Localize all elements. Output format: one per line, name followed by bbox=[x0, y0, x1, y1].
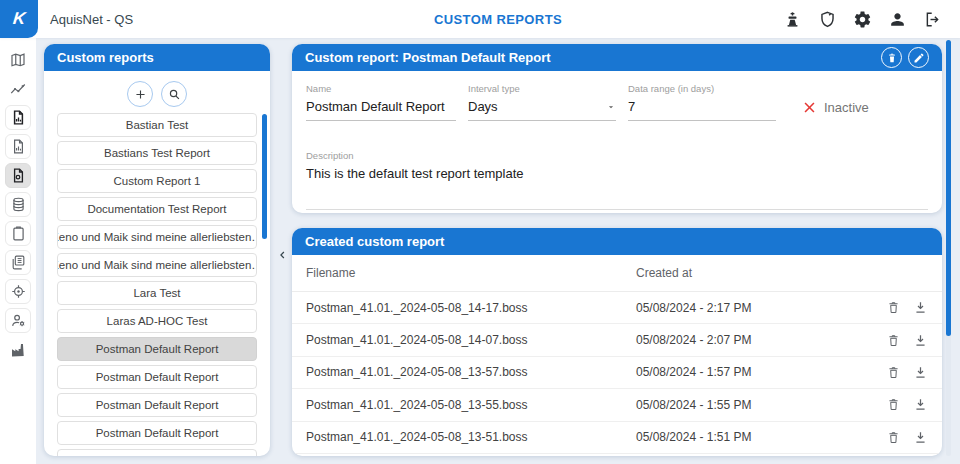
delete-icon[interactable] bbox=[885, 397, 901, 413]
list-item[interactable]: Laras AD-HOC Test bbox=[57, 309, 257, 333]
search-icon bbox=[167, 87, 182, 102]
clipboard-icon[interactable] bbox=[5, 221, 31, 246]
created-reports-panel: Created custom report Filename Created a… bbox=[292, 228, 942, 456]
detail-fields-row: Name Postman Default Report Interval typ… bbox=[306, 83, 928, 121]
row-actions bbox=[885, 397, 928, 413]
list-item[interactable]: Keno und Maik sind meine allerliebsten… bbox=[57, 253, 257, 277]
add-report-button[interactable] bbox=[127, 81, 153, 107]
delete-icon[interactable] bbox=[885, 332, 901, 348]
row-actions bbox=[885, 364, 928, 380]
plant-icon[interactable] bbox=[783, 10, 802, 29]
account-icon[interactable] bbox=[888, 10, 907, 29]
table-row: Postman_41.01._2024-05-08_13-51.boss 05/… bbox=[292, 422, 942, 454]
detail-header-actions bbox=[881, 47, 929, 68]
download-icon[interactable] bbox=[912, 429, 928, 445]
trend-chart-icon[interactable] bbox=[5, 76, 31, 101]
target-icon[interactable] bbox=[5, 279, 31, 304]
table-header: Filename Created at bbox=[292, 255, 942, 292]
edit-icon bbox=[913, 52, 925, 64]
app-title: AquisNet - QS bbox=[50, 12, 133, 27]
page-stack-icon[interactable] bbox=[5, 250, 31, 275]
column-created-at: Created at bbox=[636, 266, 692, 280]
interval-type-label: Interval type bbox=[468, 83, 616, 94]
download-icon[interactable] bbox=[912, 300, 928, 316]
delete-icon[interactable] bbox=[885, 429, 901, 445]
app-logo: K bbox=[0, 0, 38, 38]
row-actions bbox=[885, 429, 928, 445]
top-bar: K AquisNet - QS CUSTOM REPORTS bbox=[0, 0, 960, 38]
custom-reports-panel: Custom reports Bastian Test Bastians Tes… bbox=[44, 44, 270, 456]
add-icon bbox=[133, 87, 148, 102]
cell-created-at: 05/08/2024 - 1:51 PM bbox=[636, 430, 751, 444]
cell-filename: Postman_41.01._2024-05-08_13-51.boss bbox=[306, 430, 636, 444]
delete-icon[interactable] bbox=[885, 300, 901, 316]
status-label: Inactive bbox=[824, 100, 869, 115]
list-item[interactable]: Postman Default Report bbox=[57, 421, 257, 445]
created-reports-title: Created custom report bbox=[305, 234, 444, 249]
cell-filename: Postman_41.01._2024-05-08_14-17.boss bbox=[306, 301, 636, 315]
cell-created-at: 05/08/2024 - 1:55 PM bbox=[636, 398, 751, 412]
map-icon[interactable] bbox=[5, 47, 31, 72]
settings-icon[interactable] bbox=[853, 10, 872, 29]
download-icon[interactable] bbox=[912, 397, 928, 413]
name-value: Postman Default Report bbox=[306, 99, 445, 114]
inactive-x-icon bbox=[802, 100, 817, 115]
row-actions bbox=[885, 332, 928, 348]
table-row: Postman_41.01._2024-05-08_14-17.boss 05/… bbox=[292, 292, 942, 324]
custom-report-detail-panel: Custom report: Postman Default Report Na… bbox=[292, 44, 942, 213]
description-label: Description bbox=[306, 150, 928, 161]
row-actions bbox=[885, 300, 928, 316]
report-filled-icon[interactable] bbox=[5, 105, 31, 130]
report-list: Bastian Test Bastians Test Report Custom… bbox=[44, 113, 270, 456]
list-item[interactable]: Postman Default Report bbox=[57, 393, 257, 417]
list-item[interactable]: Bastians Test Report bbox=[57, 141, 257, 165]
interval-type-value: Days bbox=[468, 99, 498, 114]
download-icon[interactable] bbox=[912, 364, 928, 380]
interval-type-select[interactable]: Days bbox=[468, 99, 616, 121]
reports-toolbar bbox=[44, 71, 270, 113]
delete-icon[interactable] bbox=[885, 364, 901, 380]
chevron-left-icon bbox=[277, 248, 288, 262]
list-item[interactable]: Documentation Test Report bbox=[57, 197, 257, 221]
report-list-scrollbar[interactable] bbox=[262, 114, 267, 239]
cell-created-at: 05/08/2024 - 1:57 PM bbox=[636, 365, 751, 379]
list-item-selected[interactable]: Postman Default Report bbox=[57, 337, 257, 361]
custom-reports-title: Custom reports bbox=[57, 50, 154, 65]
logout-icon[interactable] bbox=[923, 10, 942, 29]
detail-header: Custom report: Postman Default Report bbox=[292, 44, 942, 71]
file-report-icon[interactable] bbox=[5, 163, 31, 188]
created-reports-header: Created custom report bbox=[292, 228, 942, 255]
description-textarea[interactable]: This is the default test report template bbox=[306, 166, 928, 210]
description-field: Description This is the default test rep… bbox=[306, 150, 928, 210]
list-item[interactable]: Postman Default Report bbox=[57, 365, 257, 389]
interval-type-field: Interval type Days bbox=[468, 83, 616, 121]
list-item[interactable]: Keno und Maik sind meine allerliebsten… bbox=[57, 225, 257, 249]
name-input[interactable]: Postman Default Report bbox=[306, 99, 456, 121]
delete-report-button[interactable] bbox=[881, 47, 902, 68]
list-item[interactable]: Custom Report 1 bbox=[57, 169, 257, 193]
logo-glyph: K bbox=[12, 9, 26, 29]
list-item-partial[interactable] bbox=[57, 449, 257, 456]
data-range-input[interactable]: 7 bbox=[628, 99, 776, 121]
right-scrollbar-thumb[interactable] bbox=[946, 40, 951, 336]
edit-report-button[interactable] bbox=[908, 47, 929, 68]
icon-rail bbox=[0, 38, 36, 464]
cell-created-at: 05/08/2024 - 2:07 PM bbox=[636, 333, 751, 347]
list-item[interactable]: Bastian Test bbox=[57, 113, 257, 137]
factory-icon[interactable] bbox=[5, 337, 31, 362]
dropdown-arrow-icon bbox=[606, 102, 616, 112]
user-settings-icon[interactable] bbox=[5, 308, 31, 333]
list-item[interactable]: Lara Test bbox=[57, 281, 257, 305]
cell-filename: Postman_41.01._2024-05-08_14-07.boss bbox=[306, 333, 636, 347]
delete-icon bbox=[886, 52, 898, 64]
cell-created-at: 05/08/2024 - 2:17 PM bbox=[636, 301, 751, 315]
collapse-panel-handle[interactable] bbox=[274, 245, 290, 265]
report-outline-icon[interactable] bbox=[5, 134, 31, 159]
cell-filename: Postman_41.01._2024-05-08_13-55.boss bbox=[306, 398, 636, 412]
search-reports-button[interactable] bbox=[161, 81, 187, 107]
page-title: CUSTOM REPORTS bbox=[434, 12, 562, 27]
table-row: Postman_41.01._2024-05-08_14-07.boss 05/… bbox=[292, 324, 942, 356]
download-icon[interactable] bbox=[912, 332, 928, 348]
database-icon[interactable] bbox=[5, 192, 31, 217]
shield-icon[interactable] bbox=[818, 10, 837, 29]
